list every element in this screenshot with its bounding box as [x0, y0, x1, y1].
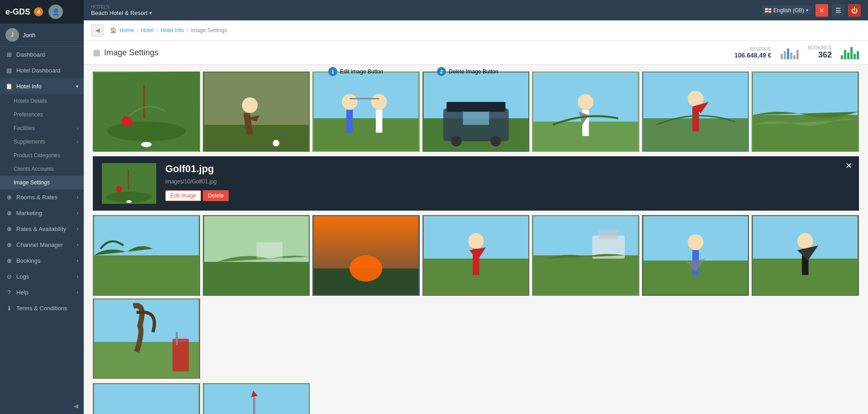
- rev-bar-6: [796, 50, 799, 59]
- breadcrumb-bar: ◀ 🏠 Home / Hotel / Hotel Info / Image Se…: [84, 20, 868, 41]
- book-bar-4: [850, 47, 853, 59]
- image-thumb-2[interactable]: [203, 72, 310, 152]
- breadcrumb-hotel-info[interactable]: Hotel Info: [161, 27, 184, 34]
- image-thumb-9[interactable]: [203, 215, 310, 295]
- close-panel-button[interactable]: ✕: [845, 161, 852, 171]
- rooms-rates-icon: ⊕: [5, 194, 13, 201]
- sidebar-sub-clients-accounts[interactable]: Clients Accounts: [0, 162, 84, 176]
- selected-info: Golf01.jpg images/10/Golf01.jpg Edit Ima…: [165, 163, 229, 201]
- image-grid-annotation-wrapper: 1 Edit Image Button 2 Delete Image Butto…: [84, 65, 868, 414]
- breadcrumb-home[interactable]: Home: [120, 27, 134, 34]
- selected-panel: Golf01.jpg images/10/Golf01.jpg Edit Ima…: [93, 156, 859, 211]
- topbar-menu-btn[interactable]: ☰: [832, 4, 844, 17]
- marketing-chevron: ‹: [77, 211, 78, 216]
- image-thumb-7[interactable]: [752, 72, 859, 152]
- image-grid-row3: [93, 383, 859, 414]
- breadcrumb-current: Image Settings: [191, 27, 227, 34]
- svg-point-20: [490, 136, 501, 146]
- image-thumb-16[interactable]: [93, 383, 200, 414]
- sidebar-item-hotel-dashboard[interactable]: ▤ Hotel Dashboard: [0, 63, 84, 78]
- topbar-power-btn[interactable]: ⏻: [848, 4, 861, 17]
- sidebar-item-bookings[interactable]: ⊕ Bookings ‹: [0, 253, 84, 269]
- svg-point-1: [107, 121, 186, 141]
- delete-image-button[interactable]: Delete: [203, 190, 229, 201]
- image-grid-wrapper: Golf01.jpg images/10/Golf01.jpg Edit Ima…: [84, 65, 868, 414]
- selected-filename: Golf01.jpg: [165, 163, 229, 175]
- image-thumb-17[interactable]: [203, 383, 310, 414]
- hotel-dropdown-icon: ▾: [149, 10, 152, 15]
- rooms-rates-chevron: ‹: [77, 195, 78, 200]
- channel-chevron: ‹: [77, 242, 78, 247]
- terms-icon: ℹ: [5, 305, 13, 312]
- sidebar-sub-preferences[interactable]: Preferences: [0, 108, 84, 121]
- flag-icon: 🏴󠁧󠁢󠁥󠁮󠁧󠁿: [765, 7, 772, 14]
- svg-rect-66: [94, 384, 199, 414]
- breadcrumb-hotel[interactable]: Hotel: [141, 27, 153, 34]
- sidebar-sub-hotels-details[interactable]: Hotels Details: [0, 94, 84, 108]
- edit-image-button[interactable]: Edit Image: [165, 190, 201, 201]
- sidebar-sub-facilities[interactable]: Facilities ‹: [0, 121, 84, 135]
- svg-rect-65: [176, 332, 177, 345]
- sidebar-item-terms[interactable]: ℹ Terms & Conditions: [0, 300, 84, 316]
- app-logo: e-GDS: [5, 7, 30, 17]
- sidebar-sub-supplements[interactable]: Supplements ‹: [0, 135, 84, 149]
- sidebar-sub-product-categories[interactable]: Product Categories: [0, 149, 84, 162]
- header-user-icon: 👤: [48, 5, 63, 19]
- image-thumb-8[interactable]: [93, 215, 200, 295]
- image-thumb-1[interactable]: [93, 72, 200, 152]
- breadcrumb-sep4: /: [187, 27, 188, 34]
- hotel-dashboard-icon: ▤: [5, 67, 13, 74]
- sidebar-item-rooms-rates[interactable]: ⊕ Rooms & Rates ‹: [0, 189, 84, 205]
- svg-point-8: [273, 140, 279, 146]
- sidebar-item-hotel-info[interactable]: 📋 Hotel Info ▾: [0, 78, 84, 94]
- user-profile: J Jonh: [0, 24, 84, 47]
- sidebar-item-help[interactable]: ? Help ‹: [0, 284, 84, 300]
- image-thumb-11[interactable]: [422, 215, 530, 295]
- logs-icon: ⊙: [5, 273, 13, 280]
- svg-rect-38: [94, 255, 199, 295]
- sidebar-item-channel-manager[interactable]: ⊕ Channel Manager ‹: [0, 237, 84, 253]
- svg-rect-18: [446, 102, 505, 112]
- sidebar-item-logs[interactable]: ⊙ Logs ‹: [0, 269, 84, 284]
- content-area: ▦ Image Settings REVENUE 106.648,49 €: [84, 41, 868, 414]
- image-thumb-15[interactable]: [93, 298, 200, 379]
- image-thumb-10[interactable]: [312, 215, 420, 295]
- svg-rect-34: [128, 170, 129, 190]
- marketing-icon: ⊕: [5, 210, 13, 217]
- svg-point-7: [242, 97, 258, 113]
- svg-rect-14: [376, 110, 382, 133]
- sidebar-item-dashboard[interactable]: ⊞ Dashboard: [0, 47, 84, 63]
- svg-point-11: [342, 94, 358, 110]
- rev-bar-2: [784, 51, 786, 59]
- back-button[interactable]: ◀: [91, 24, 104, 37]
- svg-rect-31: [753, 115, 858, 151]
- sidebar-collapse-btn[interactable]: ◀: [0, 398, 84, 414]
- logs-chevron: ‹: [77, 274, 78, 279]
- svg-point-13: [371, 94, 387, 110]
- image-thumb-12[interactable]: [532, 215, 639, 295]
- image-thumb-13[interactable]: [642, 215, 749, 295]
- sidebar-item-marketing[interactable]: ⊕ Marketing ‹: [0, 205, 84, 221]
- sidebar-header: e-GDS 4 👤: [0, 0, 84, 24]
- sidebar-sub-image-settings[interactable]: Image Settings: [0, 176, 84, 189]
- image-grid-row2: [93, 215, 859, 379]
- lang-selector[interactable]: 🏴󠁧󠁢󠁥󠁮󠁧󠁿 English (GB) ▾: [761, 5, 812, 15]
- image-thumb-3[interactable]: [312, 72, 420, 152]
- stats-area: REVENUE 106.648,49 € BOOKINGS 362: [734, 45, 859, 60]
- sidebar-item-rates-availability[interactable]: ⊕ Rates & Availability ‹: [0, 221, 84, 237]
- book-bar-1: [841, 55, 843, 59]
- user-avatar: J: [5, 28, 19, 42]
- selected-path: images/10/Golf01.jpg: [165, 178, 229, 185]
- image-thumb-14[interactable]: [752, 215, 859, 295]
- image-thumb-5[interactable]: [532, 72, 639, 152]
- rev-bar-3: [787, 48, 789, 59]
- rev-bar-1: [781, 54, 783, 59]
- help-icon: ?: [5, 289, 13, 296]
- svg-point-35: [126, 200, 132, 203]
- image-thumb-6[interactable]: [642, 72, 749, 152]
- svg-rect-64: [173, 339, 189, 371]
- image-thumb-4[interactable]: [422, 72, 530, 152]
- collapse-icon: ◀: [74, 403, 78, 409]
- topbar-close-btn[interactable]: ✕: [815, 4, 828, 17]
- hotel-selector[interactable]: HOTELS: Beach Hotel & Resort ▾: [91, 5, 152, 16]
